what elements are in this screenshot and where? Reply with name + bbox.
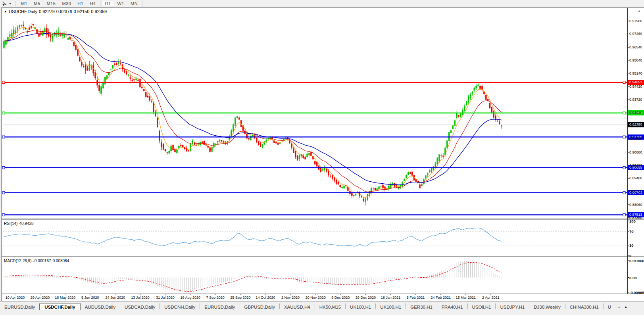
- horizontal-object-lines: [2, 81, 627, 216]
- mt4-window: ▼ M1M5M15M30H1H4D1W1MN 0.946510.930010.9…: [0, 0, 644, 315]
- line-handle[interactable]: [2, 167, 5, 169]
- line-handle[interactable]: [623, 136, 625, 138]
- rsi-pane: [3, 221, 629, 255]
- macd-name: MACD(12,26,9): [4, 259, 31, 263]
- line-handle[interactable]: [623, 81, 625, 84]
- chart-tab-U[interactable]: U: [604, 303, 615, 311]
- high-value: 0.92376: [56, 9, 72, 14]
- chart-tab-UK100-H1[interactable]: UK100,H1: [346, 303, 375, 311]
- chart-title: ▼USDCHF,Daily0.922790.923760.921500.9235…: [4, 9, 108, 14]
- chart-tab-USDCAD-Daily[interactable]: USDCAD,Daily: [120, 303, 160, 311]
- chart-tab-UK100-H1[interactable]: UK100,H1: [376, 303, 406, 311]
- pane-borders: [1, 8, 644, 301]
- ma-slow-line[interactable]: [4, 33, 502, 184]
- line-handle[interactable]: [623, 167, 625, 169]
- line-handle[interactable]: [2, 214, 5, 216]
- chart-tab-bar: EURUSD,DailyUSDCHF,DailyAUDUSD,DailyUSDC…: [0, 302, 644, 311]
- line-handle[interactable]: [623, 192, 625, 194]
- chart-tab-HK50-M15[interactable]: HK50,M15: [315, 303, 345, 311]
- line-handle[interactable]: [2, 136, 5, 138]
- line-handle[interactable]: [623, 112, 625, 114]
- macd-pane: [4, 261, 629, 292]
- line-handle[interactable]: [2, 112, 5, 114]
- macd-indicator-label: MACD(12,26,9)-0.0001670.003084: [4, 259, 71, 263]
- chart-tab-DJ30-Weekly[interactable]: DJ30,Weekly: [529, 303, 565, 311]
- macd-main-value: -0.000167: [33, 259, 51, 263]
- low-value: 0.92150: [74, 9, 90, 14]
- chart-canvas[interactable]: [0, 0, 644, 315]
- date-tick-marks: [15, 294, 491, 295]
- close-value: 0.92359: [91, 9, 107, 14]
- chart-tab-CHINA300-H1[interactable]: CHINA300,H1: [565, 303, 603, 311]
- scroll-marker-icon[interactable]: ▲: [638, 9, 641, 13]
- chart-tab-FRA40-H1[interactable]: FRA40,H1: [437, 303, 467, 311]
- macd-signal-value: 0.003084: [53, 259, 69, 263]
- chart-tab-GBPUSD-Daily[interactable]: GBPUSD,Daily: [240, 303, 279, 311]
- ma-fast-line[interactable]: [4, 27, 502, 198]
- line-handle[interactable]: [623, 214, 625, 216]
- chart-tab-AUDUSD-Daily[interactable]: AUDUSD,Daily: [81, 303, 120, 311]
- collapse-arrow-icon[interactable]: ▼: [4, 10, 7, 13]
- chart-tab-GER30-H1[interactable]: GER30,H1: [406, 303, 437, 311]
- symbol-period-label: USDCHF,Daily: [9, 9, 37, 14]
- chart-tab-USDCNH-Daily[interactable]: USDCNH,Daily: [160, 303, 200, 311]
- tab-scroll-left-icon[interactable]: ◄: [615, 305, 623, 309]
- chart-tab-USDCHF-Daily[interactable]: USDCHF,Daily: [39, 303, 80, 311]
- rsi-value: 40.9438: [19, 221, 33, 226]
- chart-tab-XAUUSD-H4[interactable]: XAUUSD,H4: [280, 303, 315, 311]
- status-bar: [0, 310, 644, 315]
- tab-scroll-right-icon[interactable]: ►: [623, 305, 630, 309]
- rsi-name: RSI(14): [4, 221, 17, 226]
- open-value: 0.92279: [39, 9, 55, 14]
- chart-tab-USDJPY-H1[interactable]: USDJPY,H1: [496, 303, 529, 311]
- line-handle[interactable]: [2, 192, 5, 194]
- chart-tab-EURUSD-Daily[interactable]: EURUSD,Daily: [0, 303, 39, 311]
- moving-average-lines: [4, 27, 502, 198]
- rsi-line: [4, 228, 502, 246]
- rsi-indicator-label: RSI(14)40.9438: [4, 221, 35, 226]
- chart-tab-EURUSD-Daily[interactable]: EURUSD,Daily: [200, 303, 239, 311]
- line-handle[interactable]: [2, 81, 5, 84]
- chart-tab-USOil-H1[interactable]: USOil,H1: [468, 303, 496, 311]
